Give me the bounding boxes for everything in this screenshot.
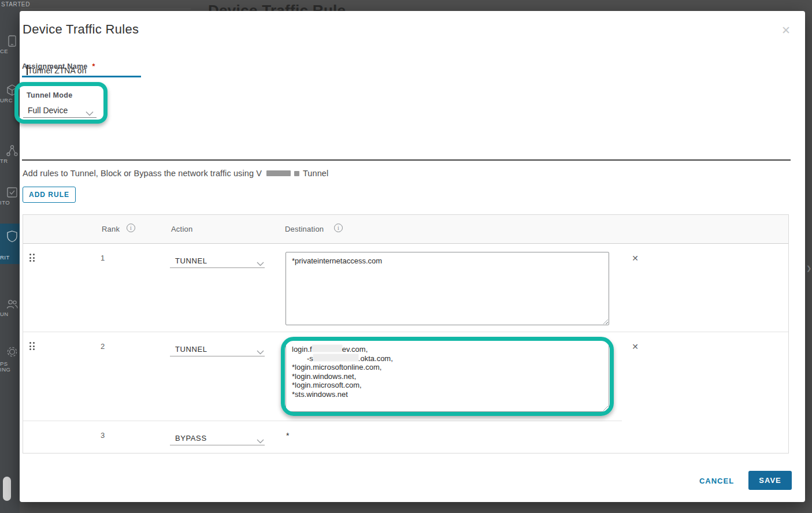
sidebar-item-label: ITO: [0, 199, 10, 206]
chevron-down-icon[interactable]: [257, 258, 264, 263]
chevron-down-icon[interactable]: [257, 436, 264, 440]
chevron-right-icon: ❯: [806, 265, 811, 272]
action-select[interactable]: TUNNEL: [175, 256, 207, 265]
assignment-name-input[interactable]: Tunnel ZTNA on: [28, 66, 86, 75]
action-select[interactable]: BYPASS: [175, 434, 207, 443]
sidebar-item-label: ING: [0, 366, 10, 373]
section-divider: [22, 159, 791, 161]
required-asterisk: *: [92, 62, 95, 70]
resize-handle-icon[interactable]: [602, 405, 608, 411]
chevron-down-icon[interactable]: [257, 347, 264, 351]
device-traffic-rules-dialog: Device Traffic Rules ✕ Assignment Name* …: [20, 11, 805, 502]
info-icon[interactable]: i: [127, 224, 135, 232]
cube-icon: [6, 84, 18, 96]
select-underline: [170, 445, 265, 445]
destination-value[interactable]: *: [286, 431, 289, 440]
intro-text: Add rules to Tunnel, Block or Bypass the…: [23, 169, 328, 178]
add-rule-button[interactable]: ADD RULE: [23, 187, 76, 203]
destination-column-header: Destination: [285, 225, 324, 233]
chevron-down-icon[interactable]: [86, 108, 94, 113]
table-row: 1 TUNNEL *privateinternetaccess.com ✕: [23, 244, 788, 332]
screen: STARTED Device Traffic Rule CE URC TR IT…: [0, 0, 812, 513]
redacted-text: [312, 345, 342, 352]
rank-column-header: Rank: [102, 225, 120, 233]
info-icon[interactable]: i: [334, 224, 343, 232]
sidebar-item-label: UN: [0, 311, 9, 317]
table-row: 3 BYPASS *: [23, 421, 788, 453]
action-select[interactable]: TUNNEL: [175, 345, 207, 354]
header-divider: [21, 9, 191, 9]
sidebar-item-label: URC: [0, 97, 13, 103]
cancel-button[interactable]: CANCEL: [692, 477, 741, 488]
people-icon: [6, 298, 18, 310]
sidebar-item-label: RIT: [0, 254, 10, 261]
save-button[interactable]: SAVE: [748, 471, 792, 490]
destination-textarea[interactable]: login.fev.com, -s.okta.com, *login.micro…: [286, 340, 609, 412]
monitor-icon: [6, 186, 18, 199]
close-icon[interactable]: ✕: [779, 24, 793, 38]
redacted-text: [266, 170, 291, 176]
shield-icon: [6, 230, 18, 243]
select-underline: [170, 267, 265, 268]
drag-handle-icon[interactable]: [29, 254, 35, 262]
select-underline: [23, 117, 97, 118]
tunnel-mode-select[interactable]: Full Device: [28, 106, 68, 115]
sidebar-item-label: CE: [0, 48, 8, 54]
delete-rule-icon[interactable]: ✕: [630, 341, 640, 352]
tunnel-mode-label: Tunnel Mode: [27, 91, 72, 99]
scrollbar-thumb[interactable]: [3, 477, 11, 501]
rank-value: 2: [101, 342, 105, 351]
sidebar-item-label: TR: [0, 158, 8, 164]
action-column-header: Action: [171, 225, 192, 233]
dialog-title: Device Traffic Rules: [23, 22, 139, 37]
redacted-text: [313, 354, 358, 361]
rank-value: 3: [101, 431, 105, 440]
delete-rule-icon[interactable]: ✕: [630, 253, 640, 263]
sidebar-item-getting-started[interactable]: STARTED: [1, 1, 30, 8]
drag-handle-icon[interactable]: [29, 342, 35, 350]
sidebar-item-security-active[interactable]: RIT: [0, 224, 20, 264]
network-icon: [6, 144, 18, 157]
resize-handle-icon[interactable]: [602, 318, 608, 324]
table-header: Rank i Action Destination i: [23, 215, 788, 244]
device-icon: [6, 35, 18, 47]
input-underline: [22, 76, 141, 77]
select-underline: [170, 356, 265, 356]
gear-icon: [6, 345, 18, 358]
redacted-text: [294, 171, 299, 176]
destination-textarea[interactable]: *privateinternetaccess.com: [286, 252, 609, 325]
rank-value: 1: [101, 254, 105, 262]
rules-table: Rank i Action Destination i 1 TUNNEL *pr…: [23, 214, 789, 453]
table-row: 2 TUNNEL login.fev.com, -s.okta.com, *lo…: [23, 332, 788, 421]
